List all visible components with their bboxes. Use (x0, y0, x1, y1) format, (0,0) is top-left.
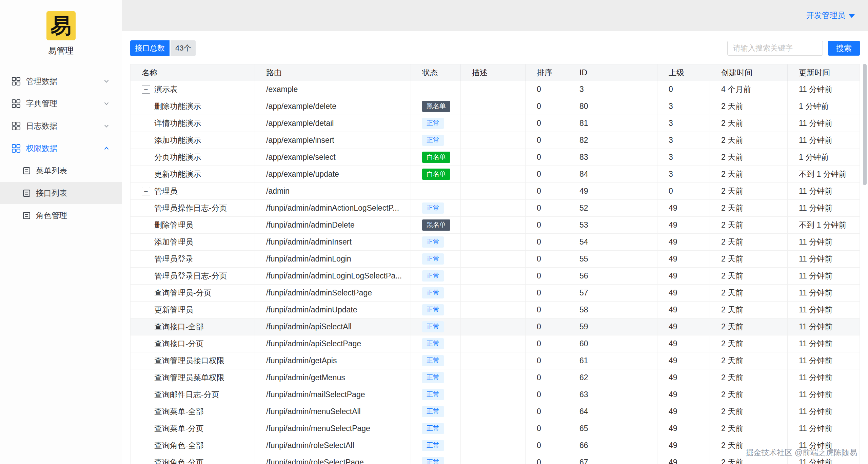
search-input[interactable] (727, 41, 823, 56)
grid-icon (12, 77, 21, 86)
sidebar-item-label: 管理数据 (26, 76, 103, 86)
table-row[interactable]: 查询菜单-分页/funpi/admin/menuSelectPage正常0654… (131, 420, 860, 437)
table-row[interactable]: 详情功能演示/app/example/detail正常08132 天前11 分钟… (131, 115, 860, 132)
status-badge: 正常 (422, 338, 444, 349)
sidebar-item-manage-data[interactable]: 管理数据 (0, 70, 122, 92)
table-row[interactable]: 查询接口-全部/funpi/admin/apiSelectAll正常059492… (131, 318, 860, 335)
table-row[interactable]: 查询接口-分页/funpi/admin/apiSelectPage正常06049… (131, 335, 860, 352)
search-group: 搜索 (727, 41, 860, 56)
user-menu[interactable]: 开发管理员 (806, 10, 855, 21)
table-row[interactable]: 管理员登录日志-分页/funpi/admin/adminLoginLogSele… (131, 267, 860, 284)
table-row[interactable]: 查询菜单-全部/funpi/admin/menuSelectAll正常06449… (131, 403, 860, 420)
tree-collapse-icon[interactable]: − (142, 85, 150, 94)
cell-created: 2 天前 (710, 285, 788, 301)
cell-parent: 49 (657, 335, 710, 352)
api-name-text: 查询角色-全部 (154, 440, 204, 451)
sidebar-subitem-api-list[interactable]: 接口列表 (0, 182, 122, 204)
api-name-text: 查询菜单-全部 (154, 406, 204, 417)
table-row[interactable]: 查询管理员接口权限/funpi/admin/getApis正常061492 天前… (131, 352, 860, 369)
cell-updated: 11 分钟前 (788, 132, 860, 149)
table-row[interactable]: 查询管理员-分页/funpi/admin/adminSelectPage正常05… (131, 284, 860, 301)
cell-parent: 0 (657, 81, 710, 98)
cell-route: /funpi/admin/adminInsert (255, 234, 411, 250)
cell-sort: 0 (526, 318, 568, 335)
table-row[interactable]: 更新功能演示/app/example/update白名单08432 天前不到 1… (131, 166, 860, 182)
cell-sort: 0 (526, 81, 568, 98)
cell-name: 管理员操作日志-分页 (131, 200, 255, 216)
cell-status: 正常 (411, 403, 461, 420)
cell-desc (461, 403, 526, 420)
cell-name: 查询接口-分页 (131, 335, 255, 352)
cell-desc (461, 437, 526, 454)
caret-down-icon (849, 14, 855, 18)
cell-desc (461, 335, 526, 352)
cell-route: /app/example/delete (255, 98, 411, 115)
cell-id: 3 (568, 81, 657, 98)
status-badge: 正常 (422, 457, 444, 464)
cell-created: 2 天前 (710, 217, 788, 233)
cell-route: /funpi/admin/menuSelectPage (255, 420, 411, 437)
api-name-text: 管理员登录 (154, 254, 193, 264)
table-header-row: 名称 路由 状态 描述 排序 ID 上级 创建时间 更新时间 (131, 64, 860, 81)
cell-status: 正常 (411, 200, 461, 216)
table-row[interactable]: 删除管理员/funpi/admin/adminDelete黑名单053492 天… (131, 216, 860, 233)
search-button[interactable]: 搜索 (828, 41, 860, 56)
status-badge: 正常 (422, 202, 444, 214)
cell-route: /funpi/admin/adminLogin (255, 251, 411, 267)
cell-parent: 49 (657, 386, 710, 403)
cell-status: 正常 (411, 234, 461, 250)
table-row[interactable]: 添加管理员/funpi/admin/adminInsert正常054492 天前… (131, 233, 860, 250)
api-name-text: 管理员登录日志-分页 (154, 271, 227, 281)
cell-sort: 0 (526, 200, 568, 216)
api-total-stat: 接口总数 43个 (130, 40, 196, 56)
cell-route: /funpi/admin/adminActionLogSelectP... (255, 200, 411, 216)
cell-sort: 0 (526, 268, 568, 284)
cell-updated: 11 分钟前 (788, 335, 860, 352)
table-row[interactable]: 管理员登录/funpi/admin/adminLogin正常055492 天前1… (131, 250, 860, 267)
table-row[interactable]: 管理员操作日志-分页/funpi/admin/adminActionLogSel… (131, 199, 860, 216)
cell-id: 62 (568, 369, 657, 386)
cell-sort: 0 (526, 403, 568, 420)
cell-desc (461, 217, 526, 233)
cell-desc (461, 302, 526, 318)
table-row[interactable]: −管理员/admin04902 天前11 分钟前 (131, 182, 860, 199)
cell-parent: 3 (657, 132, 710, 149)
cell-desc (461, 352, 526, 369)
cell-parent: 49 (657, 251, 710, 267)
table-row[interactable]: 查询管理员菜单权限/funpi/admin/getMenus正常062492 天… (131, 369, 860, 386)
cell-desc (461, 183, 526, 199)
cell-updated: 11 分钟前 (788, 234, 860, 250)
api-name-text: 演示表 (154, 84, 178, 95)
sidebar-item-dictionary[interactable]: 字典管理 (0, 92, 122, 115)
cell-sort: 0 (526, 302, 568, 318)
cell-desc (461, 149, 526, 166)
cell-updated: 11 分钟前 (788, 352, 860, 369)
cell-updated: 11 分钟前 (788, 302, 860, 318)
table-row[interactable]: 查询邮件日志-分页/funpi/admin/mailSelectPage正常06… (131, 386, 860, 403)
status-badge: 正常 (422, 135, 444, 146)
sidebar-subitem-menu-list[interactable]: 菜单列表 (0, 159, 122, 182)
cell-desc (461, 420, 526, 437)
vertical-scrollbar-thumb[interactable] (863, 64, 867, 185)
table-row[interactable]: 分页功能演示/app/example/select白名单08332 天前1 分钟… (131, 149, 860, 166)
cell-parent: 49 (657, 403, 710, 420)
cell-updated: 11 分钟前 (788, 268, 860, 284)
cell-updated: 11 分钟前 (788, 251, 860, 267)
sidebar-item-permissions[interactable]: 权限数据 (0, 137, 122, 159)
main-content: 接口总数 43个 搜索 名称 路由 状态 描述 排序 ID 上级 创建时间 更新… (122, 31, 868, 464)
cell-name: 管理员登录 (131, 251, 255, 267)
table-row[interactable]: −演示表/example0304 个月前11 分钟前 (131, 81, 860, 98)
sidebar-item-logs[interactable]: 日志数据 (0, 115, 122, 137)
tree-collapse-icon[interactable]: − (142, 187, 150, 195)
table-row[interactable]: 添加功能演示/app/example/insert正常08232 天前11 分钟… (131, 132, 860, 149)
cell-name: 查询邮件日志-分页 (131, 386, 255, 403)
sidebar-subitem-label: 菜单列表 (36, 166, 67, 176)
cell-status: 正常 (411, 420, 461, 437)
table-row[interactable]: 更新管理员/funpi/admin/adminUpdate正常058492 天前… (131, 301, 860, 318)
cell-name: 查询角色-分页 (131, 454, 255, 464)
cell-name: 删除功能演示 (131, 98, 255, 115)
table-row[interactable]: 删除功能演示/app/example/delete黑名单08032 天前1 分钟… (131, 98, 860, 115)
cell-status: 白名单 (411, 149, 461, 166)
sidebar-subitem-role-manage[interactable]: 角色管理 (0, 204, 122, 227)
cell-parent: 0 (657, 183, 710, 199)
